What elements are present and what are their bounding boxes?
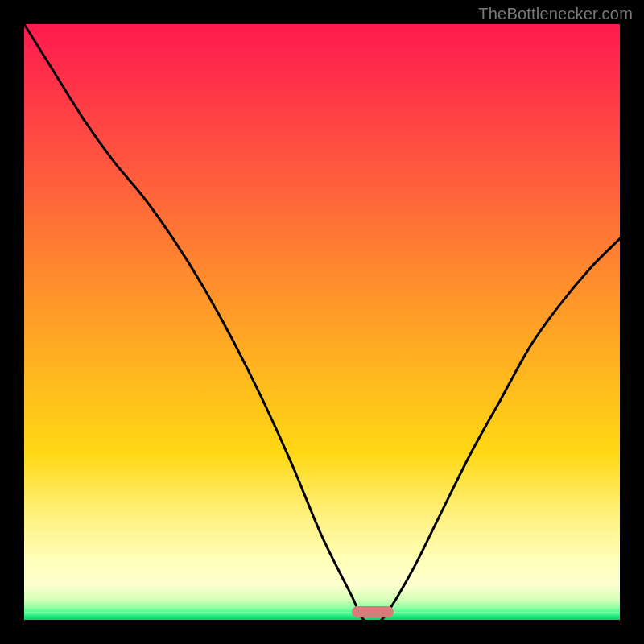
plot-area xyxy=(24,24,620,620)
bottleneck-curve xyxy=(24,24,620,620)
watermark-text: TheBottlenecker.com xyxy=(478,5,633,23)
trough-marker xyxy=(352,606,394,617)
chart-stage: TheBottlenecker.com xyxy=(0,0,644,644)
curve-path xyxy=(24,24,620,620)
